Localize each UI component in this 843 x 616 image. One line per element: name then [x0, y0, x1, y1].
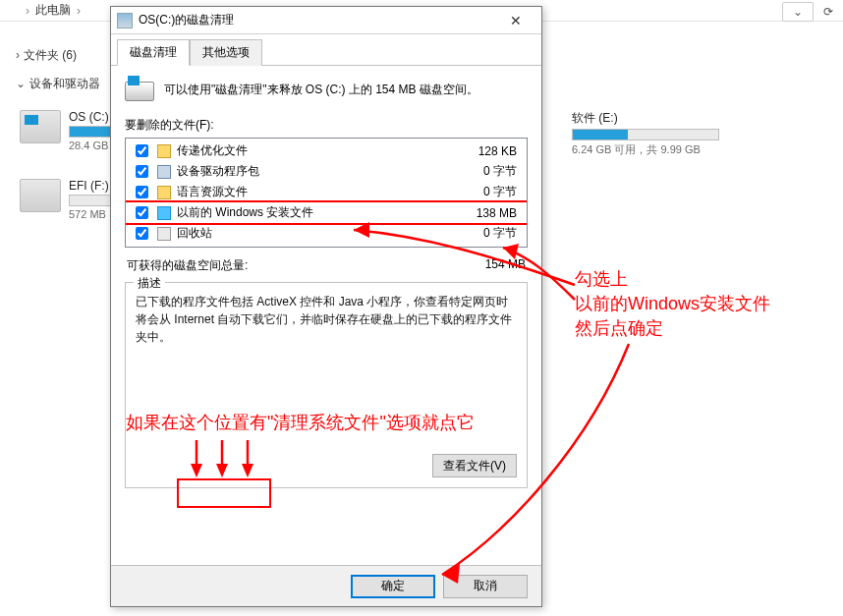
disk-cleanup-dialog: OS(C:)的磁盘清理 ✕ 磁盘清理 其他选项 可以使用"磁盘清理"来释放 OS…	[110, 6, 542, 607]
close-button[interactable]: ✕	[496, 11, 535, 30]
description-legend: 描述	[134, 275, 165, 292]
drive-icon	[20, 110, 61, 143]
explorer-sidebar: 文件夹 (6) 设备和驱动器	[0, 22, 110, 98]
dialog-body: 可以使用"磁盘清理"来释放 OS (C:) 上的 154 MB 磁盘空间。 要删…	[111, 66, 541, 565]
file-type-icon	[157, 144, 171, 158]
drive-bar	[572, 129, 719, 140]
sidebar-folders[interactable]: 文件夹 (6)	[0, 41, 110, 70]
file-checkbox[interactable]	[136, 227, 148, 240]
file-row-previous-windows[interactable]: 以前的 Windows 安装文件 138 MB	[126, 202, 527, 223]
breadcrumb-sep: ›	[26, 4, 29, 18]
breadcrumb-sep-2: ›	[77, 4, 81, 18]
file-row[interactable]: 语言资源文件 0 字节	[126, 182, 527, 202]
files-to-delete-label: 要删除的文件(F):	[125, 117, 528, 134]
description-group: 描述 已下载的程序文件包括 ActiveX 控件和 Java 小程序，你查看特定…	[125, 282, 528, 488]
drive-name: 软件 (E:)	[572, 110, 719, 127]
sidebar-devices[interactable]: 设备和驱动器	[0, 70, 110, 98]
cancel-button[interactable]: 取消	[443, 575, 528, 598]
dropdown-icon[interactable]: ⌄	[782, 2, 814, 22]
file-row[interactable]: 传递优化文件 128 KB	[126, 140, 527, 161]
file-checkbox[interactable]	[136, 144, 148, 157]
intro-row: 可以使用"磁盘清理"来释放 OS (C:) 上的 154 MB 磁盘空间。	[125, 76, 528, 103]
tab-disk-cleanup[interactable]: 磁盘清理	[117, 39, 190, 66]
file-size: 0 字节	[452, 184, 521, 200]
drive-icon	[20, 179, 61, 212]
file-name: 设备驱动程序包	[177, 163, 446, 180]
recycle-bin-icon	[157, 227, 171, 241]
total-label: 可获得的磁盘空间总量:	[127, 257, 248, 274]
file-checkbox[interactable]	[136, 206, 148, 219]
file-name: 以前的 Windows 安装文件	[177, 204, 446, 221]
breadcrumb-text[interactable]: 此电脑	[35, 2, 71, 19]
dialog-title: OS(C:)的磁盘清理	[139, 12, 490, 28]
file-type-icon	[157, 165, 171, 179]
file-row[interactable]: 回收站 0 字节	[126, 223, 527, 244]
disk-cleanup-icon	[117, 13, 133, 28]
description-text: 已下载的程序文件包括 ActiveX 控件和 Java 小程序，你查看特定网页时…	[136, 293, 517, 346]
file-size: 0 字节	[452, 225, 521, 242]
file-checkbox[interactable]	[136, 165, 148, 178]
file-list[interactable]: 传递优化文件 128 KB 设备驱动程序包 0 字节 语言资源文件 0 字节 以…	[125, 138, 528, 248]
explorer-right-controls: ⌄ ⟳	[782, 2, 833, 22]
drive-big-icon	[125, 76, 156, 103]
dialog-tabs: 磁盘清理 其他选项	[111, 34, 541, 66]
file-checkbox[interactable]	[136, 186, 148, 198]
windows-icon	[157, 206, 171, 220]
ok-button[interactable]: 确定	[351, 575, 435, 598]
file-name: 回收站	[177, 225, 446, 242]
file-row[interactable]: 设备驱动程序包 0 字节	[126, 161, 527, 182]
total-space-row: 可获得的磁盘空间总量: 154 MB	[127, 257, 526, 274]
dialog-titlebar[interactable]: OS(C:)的磁盘清理 ✕	[111, 7, 541, 34]
total-value: 154 MB	[485, 257, 526, 274]
file-size: 128 KB	[452, 144, 521, 158]
file-size: 138 MB	[452, 206, 521, 220]
file-name: 语言资源文件	[177, 184, 446, 200]
drive-meta: 6.24 GB 可用，共 9.99 GB	[572, 142, 719, 157]
dialog-footer: 确定 取消	[111, 565, 541, 606]
intro-text: 可以使用"磁盘清理"来释放 OS (C:) 上的 154 MB 磁盘空间。	[164, 82, 478, 98]
file-name: 传递优化文件	[177, 142, 446, 159]
drive-software-e[interactable]: 软件 (E:) 6.24 GB 可用，共 9.99 GB	[572, 110, 719, 157]
refresh-icon[interactable]: ⟳	[823, 5, 833, 19]
tab-other-options[interactable]: 其他选项	[190, 39, 262, 66]
file-type-icon	[157, 186, 171, 199]
file-size: 0 字节	[452, 163, 521, 180]
view-files-button[interactable]: 查看文件(V)	[432, 454, 517, 477]
